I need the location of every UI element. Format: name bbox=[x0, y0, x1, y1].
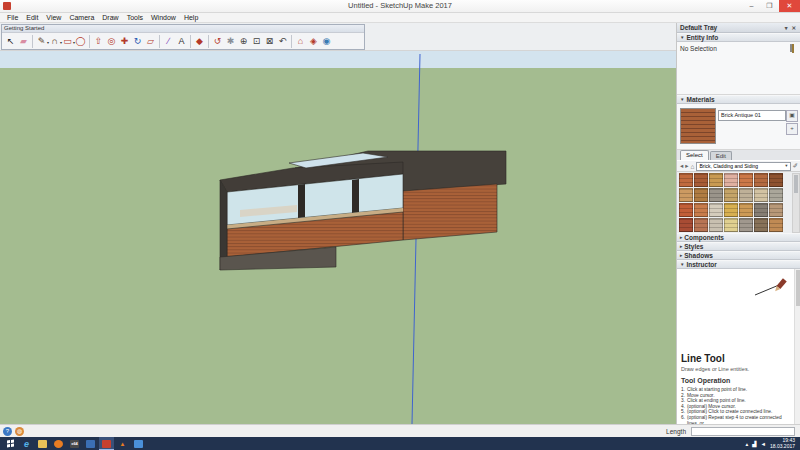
help-icon[interactable]: ? bbox=[3, 427, 12, 436]
materials-scrollbar[interactable] bbox=[792, 173, 800, 233]
network-icon[interactable]: ▟ bbox=[752, 441, 756, 447]
back-arrow-icon[interactable]: ◂ bbox=[680, 162, 683, 170]
viewport-3d[interactable] bbox=[0, 51, 676, 424]
material-swatch-11[interactable] bbox=[724, 188, 738, 202]
material-swatch-21[interactable] bbox=[769, 203, 783, 217]
start-button[interactable] bbox=[2, 437, 18, 450]
rotate-tool[interactable]: ↻ bbox=[131, 34, 144, 49]
materials-header[interactable]: ▼ Materials bbox=[677, 95, 800, 104]
material-swatch-6[interactable] bbox=[754, 173, 768, 187]
material-swatch-23[interactable] bbox=[694, 218, 708, 232]
geolocation-icon[interactable]: ◍ bbox=[15, 427, 24, 436]
zoom-window-tool[interactable]: ⊡ bbox=[250, 34, 263, 49]
menu-draw[interactable]: Draw bbox=[98, 13, 122, 22]
taskbar-icon-blue-app[interactable] bbox=[83, 437, 98, 450]
maximize-button[interactable]: ❐ bbox=[761, 0, 778, 12]
sample-paint-icon[interactable]: ✐ bbox=[793, 162, 798, 170]
pan-tool[interactable]: ✱ bbox=[224, 34, 237, 49]
taskbar-icon-x64[interactable]: x64 bbox=[67, 437, 82, 450]
circle-tool[interactable]: ◯ bbox=[74, 34, 87, 49]
material-swatch-25[interactable] bbox=[724, 218, 738, 232]
shape-tool[interactable]: ▭▾ bbox=[61, 34, 74, 49]
minimize-button[interactable]: – bbox=[743, 0, 760, 12]
material-swatch-26[interactable] bbox=[739, 218, 753, 232]
styles-header[interactable]: ▸Styles bbox=[677, 242, 800, 251]
material-swatch-14[interactable] bbox=[769, 188, 783, 202]
home-icon[interactable]: ⌂ bbox=[691, 163, 695, 170]
3d-warehouse-tool[interactable]: ⌂ bbox=[294, 34, 307, 49]
taskbar-icon-mail[interactable] bbox=[131, 437, 146, 450]
taskbar-icon-explorer[interactable] bbox=[35, 437, 50, 450]
toolbar-title[interactable]: Getting Started bbox=[2, 25, 364, 33]
offset-tool[interactable]: ◎ bbox=[105, 34, 118, 49]
material-swatch-27[interactable] bbox=[754, 218, 768, 232]
instructor-scrollbar[interactable] bbox=[794, 269, 800, 424]
entity-info-header[interactable]: ▼ Entity Info bbox=[677, 33, 800, 42]
shadows-header[interactable]: ▸Shadows bbox=[677, 251, 800, 260]
previous-view-tool[interactable]: ↶ bbox=[276, 34, 289, 49]
taskbar-icon-firefox[interactable] bbox=[51, 437, 66, 450]
extension-warehouse-tool[interactable]: ◈ bbox=[307, 34, 320, 49]
material-swatch-4[interactable] bbox=[724, 173, 738, 187]
show-hidden-icons[interactable]: ▴ bbox=[746, 441, 749, 447]
components-header[interactable]: ▸Components bbox=[677, 233, 800, 242]
zoom-tool[interactable]: ⊕ bbox=[237, 34, 250, 49]
menu-tools[interactable]: Tools bbox=[123, 13, 147, 22]
create-material-button[interactable]: + bbox=[786, 123, 798, 135]
materials-tab-select[interactable]: Select bbox=[680, 150, 709, 160]
length-measurement-box[interactable] bbox=[691, 427, 795, 436]
volume-icon[interactable]: ◄ bbox=[761, 441, 766, 447]
secondary-pane-button[interactable]: ▣ bbox=[786, 110, 798, 122]
material-preview-thumbnail[interactable] bbox=[680, 108, 716, 144]
menu-window[interactable]: Window bbox=[147, 13, 180, 22]
menu-view[interactable]: View bbox=[42, 13, 65, 22]
tray-close-icon[interactable]: ✕ bbox=[789, 25, 798, 31]
material-swatch-17[interactable] bbox=[709, 203, 723, 217]
material-swatch-15[interactable] bbox=[679, 203, 693, 217]
move-tool[interactable]: ✚ bbox=[118, 34, 131, 49]
material-swatch-3[interactable] bbox=[709, 173, 723, 187]
menu-edit[interactable]: Edit bbox=[22, 13, 42, 22]
material-swatch-28[interactable] bbox=[769, 218, 783, 232]
material-swatch-12[interactable] bbox=[739, 188, 753, 202]
text-tool[interactable]: A bbox=[175, 34, 188, 49]
material-swatch-10[interactable] bbox=[709, 188, 723, 202]
menu-help[interactable]: Help bbox=[180, 13, 202, 22]
material-swatch-20[interactable] bbox=[754, 203, 768, 217]
taskbar-clock[interactable]: 19:43 18.03.2017 bbox=[770, 438, 795, 449]
taskbar-icon-ie[interactable]: e bbox=[19, 437, 34, 450]
lock-icon[interactable] bbox=[790, 45, 797, 53]
forward-arrow-icon[interactable]: ▸ bbox=[685, 162, 688, 170]
taskbar-icon-sketchup[interactable] bbox=[99, 437, 114, 450]
arc-tool[interactable]: ∩▾ bbox=[48, 34, 61, 49]
zoom-extents-tool[interactable]: ⊠ bbox=[263, 34, 276, 49]
close-button[interactable]: ✕ bbox=[779, 0, 800, 12]
eraser-tool[interactable]: ▰ bbox=[17, 34, 30, 49]
material-swatch-2[interactable] bbox=[694, 173, 708, 187]
materials-tab-edit[interactable]: Edit bbox=[710, 151, 732, 160]
pushpull-tool[interactable]: ⇧ bbox=[92, 34, 105, 49]
orbit-tool[interactable]: ↺ bbox=[211, 34, 224, 49]
line-tool[interactable]: ✎▾ bbox=[35, 34, 48, 49]
instructor-header[interactable]: ▼ Instructor bbox=[677, 260, 800, 269]
scale-tool[interactable]: ▱ bbox=[144, 34, 157, 49]
material-swatch-9[interactable] bbox=[694, 188, 708, 202]
menu-file[interactable]: File bbox=[3, 13, 22, 22]
add-location-tool[interactable]: ◉ bbox=[320, 34, 333, 49]
menu-camera[interactable]: Camera bbox=[65, 13, 98, 22]
material-swatch-7[interactable] bbox=[769, 173, 783, 187]
material-swatch-5[interactable] bbox=[739, 173, 753, 187]
taskbar-icon-vlc[interactable]: ▲ bbox=[115, 437, 130, 450]
material-swatch-24[interactable] bbox=[709, 218, 723, 232]
select-tool[interactable]: ↖ bbox=[4, 34, 17, 49]
material-swatch-16[interactable] bbox=[694, 203, 708, 217]
tape-measure-tool[interactable]: ∕ bbox=[162, 34, 175, 49]
material-swatch-18[interactable] bbox=[724, 203, 738, 217]
material-name-field[interactable]: Brick Antique 01 bbox=[718, 110, 786, 121]
tray-pin-icon[interactable]: ▾ bbox=[783, 25, 790, 31]
material-swatch-13[interactable] bbox=[754, 188, 768, 202]
material-swatch-19[interactable] bbox=[739, 203, 753, 217]
material-swatch-22[interactable] bbox=[679, 218, 693, 232]
paint-bucket-tool[interactable]: ◆ bbox=[193, 34, 206, 49]
material-swatch-8[interactable] bbox=[679, 188, 693, 202]
